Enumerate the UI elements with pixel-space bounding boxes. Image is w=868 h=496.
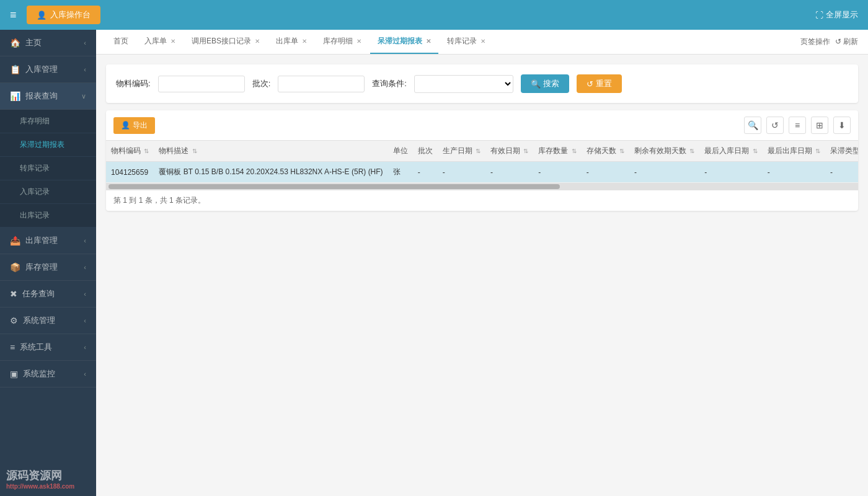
report-submenu: 库存明细 呆滞过期报表 转库记录 入库记录 出库记录 <box>0 110 96 228</box>
reset-icon: ↺ <box>587 79 593 89</box>
sidebar-item-inbound-record[interactable]: 入库记录 <box>0 180 96 204</box>
table-row[interactable]: 104125659 覆铜板 BT 0.15 B/B 0.154 20.20X24… <box>106 162 858 183</box>
page-ops-button[interactable]: 页签操作 <box>800 37 830 47</box>
table-toolbar: 👤 导出 🔍 ↺ ≡ ⊞ <box>106 110 858 141</box>
inbound-person-icon: 👤 <box>37 11 46 20</box>
inbound-mgmt-icon: 📋 <box>10 64 20 74</box>
sidebar-item-inbound-mgmt[interactable]: 📋 入库管理 ‹ <box>0 56 96 83</box>
cell-storage-days: - <box>582 162 629 183</box>
top-header: ≡ 👤 入库操作台 ⛶ 全屏显示 <box>0 0 868 30</box>
home-icon: 🏠 <box>10 38 20 48</box>
tab-inbound[interactable]: 入库单 ✕ <box>137 30 183 54</box>
material-code-input[interactable] <box>158 76 245 92</box>
horizontal-scrollbar[interactable] <box>106 183 858 190</box>
sidebar-item-sys-mgmt[interactable]: ⚙ 系统管理 ‹ <box>0 308 96 334</box>
inbound-ops-button[interactable]: 👤 入库操作台 <box>27 6 100 24</box>
sidebar-item-label: 系统工具 <box>20 342 52 353</box>
export-button[interactable]: 👤 导出 <box>113 117 155 134</box>
download-button[interactable]: ⬇ <box>833 117 851 134</box>
batch-input[interactable] <box>278 76 365 92</box>
tab-actions: 页签操作 ↺ 刷新 <box>800 37 858 47</box>
col-effective-date: 有效日期 ⇅ <box>485 141 533 162</box>
search-toolbar-button[interactable]: 🔍 <box>744 117 761 134</box>
outbound-icon: 📤 <box>10 236 20 246</box>
main-content: 首页 入库单 ✕ 调用EBS接口记录 ✕ 出库单 ✕ 库存明细 ✕ <box>96 30 868 496</box>
sort-icon[interactable]: ⇅ <box>619 148 624 154</box>
reset-button[interactable]: ↺ 重置 <box>577 74 622 93</box>
sidebar-item-stagnant-report[interactable]: 呆滞过期报表 <box>0 133 96 157</box>
sidebar-item-label: 系统管理 <box>23 315 55 326</box>
sidebar-item-outbound-record[interactable]: 出库记录 <box>0 204 96 228</box>
sidebar-item-sys-tools[interactable]: ≡ 系统工具 ‹ <box>0 334 96 361</box>
tab-close-icon[interactable]: ✕ <box>170 38 175 45</box>
sort-icon[interactable]: ⇅ <box>753 148 758 154</box>
sidebar-item-sys-monitor[interactable]: ▣ 系统监控 ‹ <box>0 361 96 388</box>
scrollbar-thumb[interactable] <box>108 184 560 189</box>
query-condition-label: 查询条件: <box>372 78 407 89</box>
tab-home[interactable]: 首页 <box>106 30 136 54</box>
cell-stagnant-type: - <box>825 162 858 183</box>
cell-last-outbound-date: - <box>763 162 825 183</box>
refresh-toolbar-button[interactable]: ↺ <box>766 117 784 134</box>
tab-stock-detail[interactable]: 库存明细 ✕ <box>316 30 369 54</box>
hamburger-icon[interactable]: ≡ <box>10 9 17 22</box>
sidebar-item-task-query[interactable]: ✖ 任务查询 ‹ <box>0 281 96 308</box>
cell-remaining-days: - <box>629 162 699 183</box>
refresh-button[interactable]: ↺ 刷新 <box>835 37 858 47</box>
cell-last-inbound-date: - <box>699 162 762 183</box>
query-condition-select[interactable] <box>414 75 513 93</box>
header-left: ≡ 👤 入库操作台 <box>10 6 100 24</box>
sort-icon[interactable]: ⇅ <box>523 148 528 154</box>
sort-icon[interactable]: ⇅ <box>144 148 149 154</box>
sort-icon[interactable]: ⇅ <box>689 148 694 154</box>
cell-material-code: 104125659 <box>106 162 154 183</box>
sidebar-item-home[interactable]: 🏠 主页 ‹ <box>0 30 96 56</box>
chevron-right-icon: ‹ <box>84 264 86 271</box>
stock-icon: 📦 <box>10 262 20 272</box>
tab-stagnant-report[interactable]: 呆滞过期报表 ✕ <box>370 30 438 54</box>
data-table: 物料编码 ⇅ 物料描述 ⇅ 单位 <box>106 141 858 183</box>
sort-icon[interactable]: ⇅ <box>572 148 577 154</box>
cell-stock-qty: - <box>533 162 581 183</box>
tab-transfer-record[interactable]: 转库记录 ✕ <box>440 30 493 54</box>
chevron-right-icon: ‹ <box>84 370 86 378</box>
pagination-info: 第 1 到 1 条，共 1 条记录。 <box>106 190 858 211</box>
cell-production-date: - <box>438 162 485 183</box>
col-stagnant-type: 呆滞类型 <box>825 141 858 162</box>
tab-close-icon[interactable]: ✕ <box>480 38 485 45</box>
col-material-code: 物料编码 ⇅ <box>106 141 154 162</box>
sort-icon[interactable]: ⇅ <box>192 148 197 154</box>
fullscreen-button[interactable]: ⛶ 全屏显示 <box>815 9 858 20</box>
tab-bar: 首页 入库单 ✕ 调用EBS接口记录 ✕ 出库单 ✕ 库存明细 ✕ <box>96 30 868 55</box>
tab-close-icon[interactable]: ✕ <box>302 38 307 45</box>
tab-close-icon[interactable]: ✕ <box>426 38 431 45</box>
grid-icon: ⊞ <box>816 120 823 130</box>
download-icon: ⬇ <box>838 120 846 130</box>
sidebar-item-label: 报表查询 <box>25 91 58 102</box>
sidebar-item-transfer-record[interactable]: 转库记录 <box>0 157 96 180</box>
tab-outbound[interactable]: 出库单 ✕ <box>268 30 314 54</box>
report-icon: 📊 <box>10 91 20 101</box>
tab-close-icon[interactable]: ✕ <box>255 38 260 45</box>
toolbar-right: 🔍 ↺ ≡ ⊞ ⬇ <box>744 117 851 134</box>
chevron-right-icon: ‹ <box>84 39 86 46</box>
col-last-inbound-date: 最后入库日期 ⇅ <box>699 141 762 162</box>
col-batch: 批次 <box>413 141 438 162</box>
monitor-icon: ▣ <box>10 369 18 379</box>
sidebar-item-stock-mgmt[interactable]: 📦 库存管理 ‹ <box>0 254 96 281</box>
sidebar: 🏠 主页 ‹ 📋 入库管理 ‹ 📊 报表查询 ∨ 库存明细 <box>0 30 96 496</box>
tab-ebs[interactable]: 调用EBS接口记录 ✕ <box>184 30 267 54</box>
sidebar-item-outbound-mgmt[interactable]: 📤 出库管理 ‹ <box>0 228 96 254</box>
sidebar-item-label: 库存管理 <box>25 262 58 273</box>
sort-icon[interactable]: ⇅ <box>815 148 820 154</box>
search-button[interactable]: 🔍 搜索 <box>521 74 569 93</box>
sidebar-item-stock-detail[interactable]: 库存明细 <box>0 110 96 133</box>
content-area: 物料编码: 批次: 查询条件: 🔍 搜索 ↺ 重置 <box>96 55 868 496</box>
tab-close-icon[interactable]: ✕ <box>356 38 361 45</box>
list-view-button[interactable]: ≡ <box>789 117 806 134</box>
table-scroll-container[interactable]: 物料编码 ⇅ 物料描述 ⇅ 单位 <box>106 141 858 183</box>
grid-view-button[interactable]: ⊞ <box>811 117 828 134</box>
fullscreen-icon: ⛶ <box>815 11 823 20</box>
sidebar-item-report-query[interactable]: 📊 报表查询 ∨ <box>0 83 96 110</box>
sort-icon[interactable]: ⇅ <box>476 148 480 154</box>
